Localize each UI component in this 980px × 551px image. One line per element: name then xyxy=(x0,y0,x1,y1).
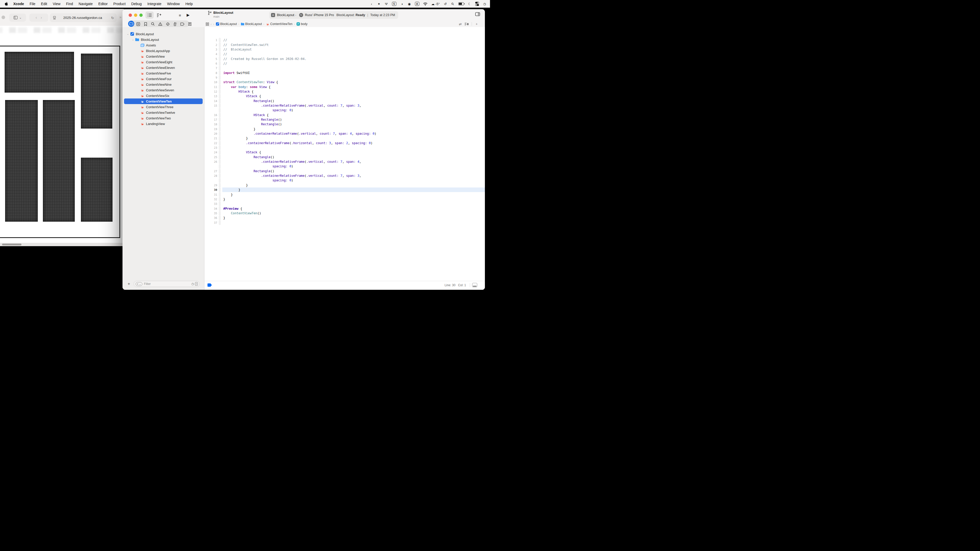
run-destination[interactable]: Russ' iPhone 15 Pro xyxy=(305,13,334,17)
menu-item-help[interactable]: Help xyxy=(183,0,196,8)
inspector-toggle-icon[interactable] xyxy=(475,12,480,16)
menu-item-edit[interactable]: Edit xyxy=(38,0,50,8)
add-editor-icon[interactable]: ＋ xyxy=(475,22,478,26)
browser-page-content xyxy=(0,26,126,243)
focus-moon-icon[interactable]: ☾ xyxy=(468,2,471,6)
navigator-tab-project[interactable] xyxy=(128,21,134,27)
breadcrumb-item-blocklayout[interactable]: BlockLayout xyxy=(241,22,262,26)
stop-button[interactable]: ■ xyxy=(177,11,183,19)
figure-block-4 xyxy=(43,100,75,222)
breadcrumb-item-contentviewten[interactable]: ContentViewTen xyxy=(266,22,293,26)
code-line-16: 16 HStack { xyxy=(204,113,485,118)
browser-traffic-light[interactable] xyxy=(2,16,5,19)
browser-horizontal-scrollbar[interactable] xyxy=(0,243,126,246)
scrollbar-thumb[interactable] xyxy=(2,244,21,245)
cutlery-icon[interactable]: Ψ xyxy=(385,2,388,6)
back-icon[interactable]: ‹ xyxy=(35,15,37,20)
swift-icon xyxy=(266,22,269,26)
browser-overflow-chevrons[interactable]: » xyxy=(119,15,121,19)
menu-item-product[interactable]: Product xyxy=(110,0,128,8)
browser-sidebar-button[interactable]: ⌄ xyxy=(9,14,26,22)
run-button[interactable]: ▶ xyxy=(185,11,191,19)
breadcrumb-item-body[interactable]: Pbody xyxy=(297,22,307,26)
browser-history-buttons: ‹ › xyxy=(29,14,48,22)
swap-editors-icon[interactable]: ⇄ xyxy=(459,22,462,26)
menu-item-integrate[interactable]: Integrate xyxy=(145,0,164,8)
close-button[interactable] xyxy=(129,14,132,17)
file-row-contentview[interactable]: ContentView xyxy=(123,54,204,59)
file-row-contentviewtwelve[interactable]: ContentViewTwelve xyxy=(123,110,204,115)
source-editor[interactable]: 1//2// ContentViewTen.swift3// BlockLayo… xyxy=(204,27,485,275)
apple-menu-icon[interactable] xyxy=(4,2,11,6)
time-machine-icon[interactable]: ↺ xyxy=(444,2,447,6)
code-line-20: 20 .containerRelativeFrame(.vertical, co… xyxy=(204,131,485,136)
editor-options-icon[interactable] xyxy=(465,22,469,25)
menu-item-navigate[interactable]: Navigate xyxy=(76,0,95,8)
related-items-icon[interactable] xyxy=(206,22,209,26)
xcodeproj-icon xyxy=(130,32,134,36)
file-row-contentviewtwo[interactable]: ContentViewTwo xyxy=(123,115,204,121)
input-source-icon[interactable]: A xyxy=(415,2,419,6)
reload-icon[interactable]: ↻ xyxy=(111,16,114,20)
file-row-contentviewthree[interactable]: ContentViewThree xyxy=(123,104,204,110)
navigator-tab-breakpoints[interactable] xyxy=(180,21,185,27)
breadcrumb-item-blocklayout[interactable]: BlockLayout xyxy=(216,22,237,26)
menu-item-window[interactable]: Window xyxy=(164,0,183,8)
jump-bar[interactable]: ‹ › BlockLayout›BlockLayout›ContentViewT… xyxy=(206,21,307,27)
file-row-contentviewsix[interactable]: ContentViewSix xyxy=(123,93,204,98)
file-row-blocklayout[interactable]: ⌄BlockLayout xyxy=(123,31,204,37)
raycast-icon[interactable]: ✦ xyxy=(377,2,381,6)
menu-item-find[interactable]: Find xyxy=(63,0,76,8)
file-row-contentviewfour[interactable]: ContentViewFour xyxy=(123,76,204,82)
battery-icon[interactable] xyxy=(458,2,464,6)
file-row-blocklayoutapp[interactable]: BlockLayoutApp xyxy=(123,48,204,54)
clock-icon[interactable]: ◷ xyxy=(483,2,487,6)
control-center-icon[interactable] xyxy=(475,2,479,6)
breadcrumb: BlockLayout›BlockLayout›ContentViewTen›P… xyxy=(216,22,307,26)
spotlight-icon[interactable]: ⚲ xyxy=(451,2,455,6)
browser-url-field[interactable]: 2025-26.russellgordon.ca ↻ xyxy=(50,13,117,22)
menu-item-view[interactable]: View xyxy=(50,0,63,8)
display-contrast-icon[interactable]: ◑ xyxy=(400,2,404,6)
navigator-tab-find[interactable] xyxy=(150,21,156,27)
calendar-icon[interactable]: 5 xyxy=(392,2,396,6)
scheme-name[interactable]: BlockLayout xyxy=(277,13,294,17)
cookie-icon[interactable]: ◉ xyxy=(407,2,411,6)
minimize-button[interactable] xyxy=(134,14,137,17)
file-row-assets[interactable]: Assets xyxy=(123,42,204,48)
file-row-contentvieweight[interactable]: ContentViewEight xyxy=(123,59,204,65)
file-row-landingview[interactable]: LandingView xyxy=(123,121,204,127)
code-line-5: 5// Created by Russell Gordon on 2026-02… xyxy=(204,56,485,61)
zoom-button[interactable] xyxy=(139,14,143,17)
menu-item-editor[interactable]: Editor xyxy=(95,0,110,8)
navigator-tab-bookmarks[interactable] xyxy=(143,21,148,27)
file-row-contentvieweleven[interactable]: ContentViewEleven xyxy=(123,65,204,70)
wifi-icon[interactable] xyxy=(423,2,428,6)
website-settings-icon[interactable] xyxy=(53,16,56,19)
code-line-2: 2// ContentViewTen.swift xyxy=(204,42,485,47)
file-row-contentviewseven[interactable]: ContentViewSeven xyxy=(123,87,204,93)
navigator-tab-debug[interactable] xyxy=(172,21,178,27)
chevron-left-icon[interactable]: ‹ xyxy=(370,2,373,6)
file-row-contentviewnine[interactable]: ContentViewNine xyxy=(123,82,204,87)
menu-item-xcode[interactable]: Xcode xyxy=(11,0,27,8)
code-line-10: 10struct ContentViewTen: View { xyxy=(204,80,485,84)
navigator-list-button[interactable] xyxy=(145,11,154,19)
weather-icon[interactable]: ☁ -5° xyxy=(431,2,440,6)
editor-back-icon[interactable]: ‹ xyxy=(210,22,212,26)
page-top-blur xyxy=(0,27,126,33)
composer-sparkle-button[interactable] xyxy=(155,11,163,19)
menu-item-file[interactable]: File xyxy=(27,0,38,8)
forward-icon[interactable]: › xyxy=(41,15,42,20)
file-row-blocklayout[interactable]: ⌄BlockLayout xyxy=(123,37,204,42)
navigator-tab-source-control[interactable] xyxy=(135,21,141,27)
navigator-tab-issues[interactable] xyxy=(158,21,163,27)
file-row-contentviewten[interactable]: ContentViewTen xyxy=(123,98,204,104)
navigator-tab-reports[interactable] xyxy=(187,21,192,27)
figure-block-2 xyxy=(81,54,112,129)
scheme-device-bar[interactable]: A BlockLayout › 〜 Russ' iPhone 15 Pro Bl… xyxy=(269,11,398,19)
file-row-contentviewfive[interactable]: ContentViewFive xyxy=(123,70,204,76)
navigator-tab-tests[interactable] xyxy=(165,21,170,27)
editor-forward-icon[interactable]: › xyxy=(213,22,214,26)
menu-item-debug[interactable]: Debug xyxy=(128,0,145,8)
